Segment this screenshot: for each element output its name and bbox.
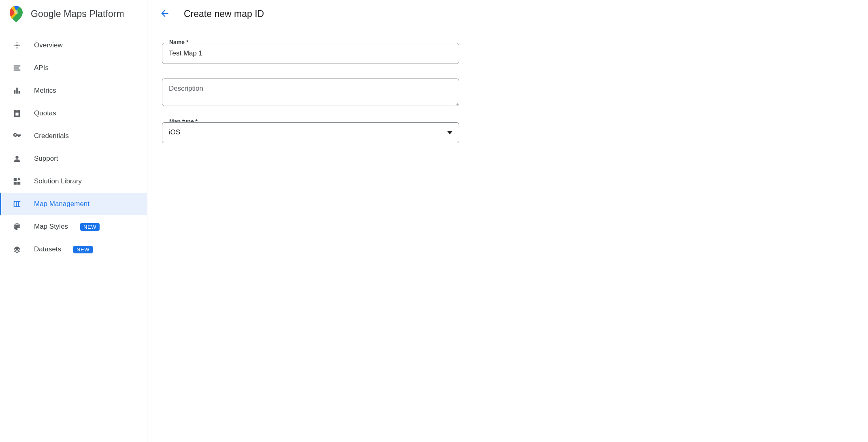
overview-icon — [12, 40, 22, 50]
svg-rect-10 — [14, 178, 17, 181]
name-label: Name * — [167, 39, 191, 45]
create-map-form: Name * Map type * iOS — [147, 28, 463, 172]
person-icon — [12, 154, 22, 164]
maptype-field-wrap: Map type * iOS — [162, 122, 449, 143]
sidebar-item-map-styles[interactable]: Map Styles NEW — [0, 215, 147, 238]
svg-point-9 — [15, 156, 18, 159]
sidebar-item-overview[interactable]: Overview — [0, 34, 147, 57]
arrow-left-icon — [160, 8, 170, 20]
page-title: Create new map ID — [184, 8, 264, 19]
widgets-icon — [12, 176, 22, 186]
sidebar-item-label: Datasets — [34, 245, 61, 253]
sidebar: Google Maps Platform Overview APIs Metri… — [0, 0, 147, 442]
palette-icon — [12, 222, 22, 232]
main-content: Create new map ID Name * Map type * iOS — [147, 0, 868, 442]
google-maps-logo-icon — [10, 6, 23, 22]
new-badge: NEW — [80, 223, 100, 231]
svg-rect-7 — [15, 110, 16, 111]
name-field-wrap: Name * — [162, 43, 449, 64]
sidebar-item-solution-library[interactable]: Solution Library — [0, 170, 147, 193]
quotas-icon — [12, 108, 22, 118]
sidebar-item-apis[interactable]: APIs — [0, 57, 147, 79]
name-input[interactable] — [162, 43, 459, 64]
sidebar-item-label: Support — [34, 155, 58, 163]
svg-rect-1 — [14, 66, 21, 67]
svg-rect-6 — [19, 91, 20, 94]
sidebar-item-datasets[interactable]: Datasets NEW — [0, 238, 147, 261]
svg-rect-12 — [17, 182, 20, 185]
svg-rect-5 — [16, 88, 18, 94]
main-header: Create new map ID — [147, 0, 868, 28]
apis-icon — [12, 63, 22, 73]
sidebar-item-label: APIs — [34, 64, 49, 72]
sidebar-header: Google Maps Platform — [0, 0, 147, 28]
svg-point-0 — [14, 10, 19, 14]
sidebar-item-support[interactable]: Support — [0, 147, 147, 170]
sidebar-nav: Overview APIs Metrics Quotas — [0, 28, 147, 261]
svg-rect-11 — [14, 182, 17, 185]
sidebar-item-label: Quotas — [34, 109, 56, 117]
product-title: Google Maps Platform — [31, 8, 124, 19]
svg-rect-4 — [14, 90, 16, 94]
metrics-icon — [12, 86, 22, 96]
svg-rect-8 — [18, 110, 19, 111]
sidebar-item-label: Map Styles — [34, 223, 68, 231]
sidebar-item-quotas[interactable]: Quotas — [0, 102, 147, 125]
svg-rect-2 — [14, 68, 19, 69]
description-field-wrap — [162, 79, 449, 108]
sidebar-item-credentials[interactable]: Credentials — [0, 125, 147, 147]
sidebar-item-label: Overview — [34, 41, 63, 49]
sidebar-item-metrics[interactable]: Metrics — [0, 79, 147, 102]
map-icon — [12, 199, 22, 209]
sidebar-item-label: Credentials — [34, 132, 69, 140]
key-icon — [12, 131, 22, 141]
new-badge: NEW — [73, 246, 93, 253]
maptype-select[interactable]: iOS — [162, 122, 459, 143]
layers-icon — [12, 244, 22, 254]
sidebar-item-label: Solution Library — [34, 177, 82, 185]
sidebar-item-map-management[interactable]: Map Management — [0, 193, 147, 215]
sidebar-item-label: Metrics — [34, 87, 56, 95]
back-button[interactable] — [157, 6, 172, 22]
sidebar-item-label: Map Management — [34, 200, 89, 208]
description-textarea[interactable] — [162, 79, 459, 106]
svg-rect-3 — [14, 70, 21, 71]
